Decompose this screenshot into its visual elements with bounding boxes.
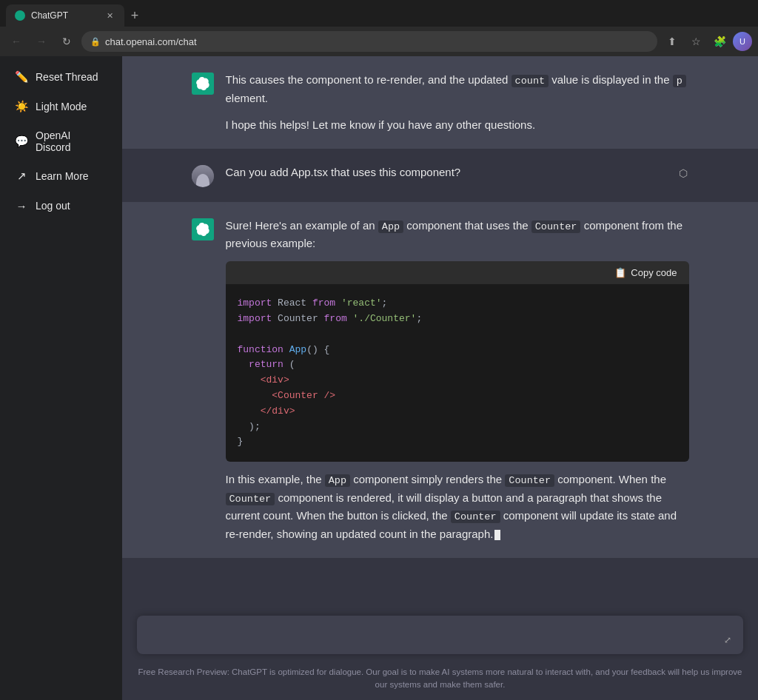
refresh-button[interactable]: ↻ xyxy=(56,31,77,52)
learn-more-icon: ↗ xyxy=(15,169,28,183)
browser-tab[interactable]: ChatGPT ✕ xyxy=(6,4,124,27)
share-button[interactable]: ⬆ xyxy=(662,31,682,52)
browser-chrome: ChatGPT ✕ + ← → ↻ 🔒 chat.openai.com/chat… xyxy=(0,0,758,56)
nav-actions: ⬆ ☆ 🧩 U xyxy=(662,31,752,52)
tab-favicon xyxy=(15,10,25,21)
sidebar-label-reset-thread: Reset Thread xyxy=(36,71,98,83)
new-tab-button[interactable]: + xyxy=(124,5,145,26)
reset-thread-icon: ✏️ xyxy=(15,70,28,84)
app-code-2: App xyxy=(325,474,350,487)
external-link-button[interactable]: ⬡ xyxy=(677,164,689,183)
sidebar-item-light-mode[interactable]: ☀️ Light Mode xyxy=(4,92,118,121)
copy-icon: 📋 xyxy=(614,267,626,278)
input-box: ⤢ xyxy=(137,616,743,654)
resize-handle[interactable]: ⤢ xyxy=(724,635,731,645)
sidebar-item-discord[interactable]: 💬 OpenAI Discord xyxy=(4,122,118,161)
extension-button[interactable]: 🧩 xyxy=(709,31,730,52)
p-inline-code: p xyxy=(673,75,686,87)
forward-button[interactable]: → xyxy=(31,31,52,52)
assistant-message-1-text: This causes the component to re-render, … xyxy=(226,71,689,134)
user-message-1-content: Can you add App.tsx that uses this compo… xyxy=(226,164,689,183)
bookmark-button[interactable]: ☆ xyxy=(685,31,706,52)
app-code-1: App xyxy=(378,221,403,233)
address-bar[interactable]: 🔒 chat.openai.com/chat xyxy=(81,31,657,52)
profile-avatar[interactable]: U xyxy=(733,32,752,51)
bottom-spacer xyxy=(122,558,758,588)
sidebar-label-logout: Log out xyxy=(36,200,70,212)
text-cursor xyxy=(494,530,500,540)
gpt-avatar xyxy=(192,73,214,95)
sidebar-label-light-mode: Light Mode xyxy=(36,101,87,112)
title-bar: ChatGPT ✕ + xyxy=(0,0,758,27)
sidebar-item-learn-more[interactable]: ↗ Learn More xyxy=(4,162,118,190)
user-photo xyxy=(192,165,214,187)
user-avatar xyxy=(192,165,214,187)
counter-code-3: Counter xyxy=(226,493,275,505)
sidebar-item-reset-thread[interactable]: ✏️ Reset Thread xyxy=(4,63,118,91)
sidebar: ✏️ Reset Thread ☀️ Light Mode 💬 OpenAI D… xyxy=(0,56,122,700)
back-button[interactable]: ← xyxy=(6,31,27,52)
assistant-message-1: This causes the component to re-render, … xyxy=(122,56,758,149)
chat-input[interactable] xyxy=(149,626,724,643)
assistant-message-1-content: This causes the component to re-render, … xyxy=(226,71,689,134)
main-content: This causes the component to re-render, … xyxy=(122,56,758,700)
assistant-message-2-content: Sure! Here's an example of an App compon… xyxy=(226,217,689,543)
code-pre: import React from 'react'; import Counte… xyxy=(238,296,677,450)
app-container: ✏️ Reset Thread ☀️ Light Mode 💬 OpenAI D… xyxy=(0,56,758,700)
code-block: 📋 Copy code import React from 'react'; i… xyxy=(226,261,689,462)
code-block-header: 📋 Copy code xyxy=(226,261,689,284)
copy-code-label: Copy code xyxy=(631,267,677,278)
discord-icon: 💬 xyxy=(15,135,28,148)
logout-icon: → xyxy=(15,199,28,212)
counter-code-1: Counter xyxy=(531,221,581,233)
assistant-message-2-text: Sure! Here's an example of an App compon… xyxy=(226,217,689,543)
footer: Free Research Preview: ChatGPT is optimi… xyxy=(122,660,758,701)
light-mode-icon: ☀️ xyxy=(15,100,28,113)
counter-code-2: Counter xyxy=(505,474,554,487)
url-text: chat.openai.com/chat xyxy=(105,36,197,47)
user-message-1-text: Can you add App.tsx that uses this compo… xyxy=(226,164,671,181)
nav-bar: ← → ↻ 🔒 chat.openai.com/chat ⬆ ☆ 🧩 U xyxy=(0,27,758,56)
copy-code-button[interactable]: 📋 Copy code xyxy=(614,267,677,278)
lock-icon: 🔒 xyxy=(90,37,101,47)
sidebar-item-logout[interactable]: → Log out xyxy=(4,192,118,220)
counter-code-4: Counter xyxy=(451,511,500,523)
user-message-1: Can you add App.tsx that uses this compo… xyxy=(122,149,758,202)
code-block-body: import React from 'react'; import Counte… xyxy=(226,284,689,462)
assistant-message-2: Sure! Here's an example of an App compon… xyxy=(122,202,758,558)
footer-text: Free Research Preview: ChatGPT is optimi… xyxy=(138,667,742,689)
tab-title: ChatGPT xyxy=(31,10,68,21)
input-area: ⤢ xyxy=(122,607,758,660)
gpt-avatar-2 xyxy=(192,218,214,240)
user-message-row: Can you add App.tsx that uses this compo… xyxy=(226,164,689,183)
sidebar-label-learn-more: Learn More xyxy=(36,170,89,182)
tab-close-button[interactable]: ✕ xyxy=(104,10,115,21)
count-inline-code: count xyxy=(512,75,549,87)
sidebar-label-discord: OpenAI Discord xyxy=(36,129,107,153)
chat-messages[interactable]: This causes the component to re-render, … xyxy=(122,56,758,607)
